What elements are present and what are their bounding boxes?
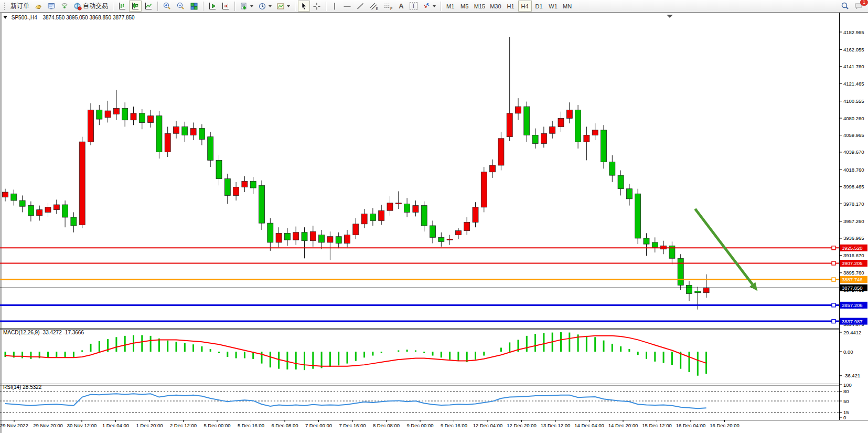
equidistant-channel-tool-button[interactable]: E	[367, 1, 381, 12]
dropdown-caret-icon	[287, 5, 290, 7]
time-axis[interactable]: 29 Nov 202229 Nov 20:0030 Nov 12:001 Dec…	[0, 420, 740, 428]
svg-text:5 Dec 00:00: 5 Dec 00:00	[203, 423, 230, 428]
svg-text:16 Dec 20:00: 16 Dec 20:00	[710, 423, 740, 428]
rsi-indicator[interactable]	[0, 391, 839, 412]
chart-area: 4182.9654162.0554141.7604121.4654100.555…	[0, 13, 868, 433]
svg-text:14 Dec 20:00: 14 Dec 20:00	[608, 423, 638, 428]
chart-title: SP500-,H4 3874.550 3895.050 3868.850 387…	[3, 15, 135, 20]
svg-text:3907.205: 3907.205	[842, 260, 863, 266]
svg-text:7 Dec 00:00: 7 Dec 00:00	[305, 423, 332, 428]
toolbar: 新订单	[0, 0, 868, 13]
signal-button[interactable]	[58, 1, 71, 12]
indicators-button[interactable]	[238, 1, 255, 12]
periods-button[interactable]	[256, 1, 274, 12]
channel-tag-letter: E	[376, 6, 379, 10]
svg-text:3916.670: 3916.670	[843, 252, 864, 258]
collapse-triangle-icon[interactable]	[3, 16, 7, 19]
horizontal-line-icon	[343, 2, 351, 10]
svg-text:2 Dec 12:00: 2 Dec 12:00	[170, 423, 197, 428]
svg-text:13 Dec 12:00: 13 Dec 12:00	[541, 423, 571, 428]
timeframe-m15[interactable]: M15	[472, 1, 487, 12]
dropdown-caret-icon	[433, 5, 436, 7]
svg-text:6 Dec 08:00: 6 Dec 08:00	[271, 423, 298, 428]
trendline-tool-button[interactable]	[354, 1, 367, 12]
chart-canvas[interactable]: 4182.9654162.0554141.7604121.4654100.555…	[0, 13, 868, 433]
macd-indicator-label: MACD(12,26,9) -33.4272 -17.3666	[3, 330, 84, 335]
svg-text:4039.670: 4039.670	[843, 149, 864, 155]
macd-indicator[interactable]	[5, 332, 706, 376]
text-label-tool-button[interactable]: T	[408, 1, 420, 12]
bar-chart-type-button[interactable]	[116, 1, 128, 12]
svg-text:4018.760: 4018.760	[843, 167, 864, 173]
timeframe-d1[interactable]: D1	[532, 1, 546, 12]
svg-text:29 Nov 20:00: 29 Nov 20:00	[33, 423, 63, 428]
dropdown-caret-icon	[250, 5, 253, 7]
arrows-tool-button[interactable]	[420, 1, 438, 12]
signal-icon	[60, 2, 69, 10]
chart-title-symbol: SP500-,H4	[12, 15, 37, 20]
svg-text:3857.206: 3857.206	[842, 302, 863, 308]
templates-button[interactable]	[274, 1, 292, 12]
candlestick-chart-type-button[interactable]	[129, 1, 142, 12]
svg-text:15 Dec 12:00: 15 Dec 12:00	[642, 423, 672, 428]
svg-text:0: 0	[843, 415, 846, 420]
notifications-button[interactable]: 1	[852, 1, 866, 12]
new-order-button[interactable]: 新订单	[8, 1, 31, 12]
chart-shift-button[interactable]	[219, 1, 232, 12]
gold-bar-button[interactable]	[32, 1, 45, 12]
separator	[113, 2, 113, 11]
auto-trading-globe-icon	[73, 2, 82, 10]
svg-text:16 Dec 04:00: 16 Dec 04:00	[676, 423, 706, 428]
horizontal-lines[interactable]	[0, 246, 839, 323]
svg-text:100: 100	[843, 382, 852, 388]
zoom-out-button[interactable]	[174, 1, 187, 12]
timeframe-h1[interactable]: H1	[504, 1, 518, 12]
auto-trading-button[interactable]: 自动交易	[71, 1, 110, 12]
separator	[295, 2, 295, 11]
svg-text:3887.746: 3887.746	[842, 277, 863, 282]
label-tool-letter: T	[410, 2, 417, 10]
fibonacci-tool-button[interactable]: F	[381, 1, 395, 12]
chart-shift-marker-icon[interactable]	[667, 15, 673, 18]
toolbar-grip[interactable]	[4, 2, 6, 10]
auto-scroll-button[interactable]	[206, 1, 219, 12]
line-chart-type-button[interactable]	[142, 1, 155, 12]
svg-text:14 Dec 04:00: 14 Dec 04:00	[574, 423, 604, 428]
separator	[203, 2, 203, 11]
cursor-icon	[300, 2, 308, 10]
auto-trading-label: 自动交易	[83, 2, 108, 10]
candlestick-icon	[131, 2, 140, 10]
search-button[interactable]	[839, 1, 852, 12]
timeframe-m1[interactable]: M1	[444, 1, 457, 12]
svg-text:4182.965: 4182.965	[843, 29, 864, 35]
timeframe-m30[interactable]: M30	[488, 1, 503, 12]
zoom-in-icon	[163, 2, 172, 10]
market-watch-button[interactable]	[45, 1, 58, 12]
price-axis[interactable]: 4182.9654162.0554141.7604121.4654100.555…	[839, 29, 864, 420]
timeframe-w1[interactable]: W1	[546, 1, 560, 12]
cursor-tool-button[interactable]	[298, 1, 310, 12]
rsi-indicator-label: RSI(14) 28.5322	[3, 384, 41, 390]
bar-chart-icon	[118, 2, 126, 10]
timeframe-mn[interactable]: MN	[561, 1, 574, 12]
vertical-line-tool-button[interactable]	[329, 1, 340, 12]
tile-windows-icon	[190, 2, 198, 10]
text-tool-button[interactable]: A	[395, 1, 407, 12]
zoom-in-button[interactable]	[160, 1, 174, 12]
trend-arrow-annotation[interactable]	[695, 209, 757, 291]
fibonacci-icon: F	[383, 2, 393, 10]
crosshair-tool-button[interactable]	[310, 1, 323, 12]
trading-platform-window: { "toolbar": { "new_order_label": "新订单",…	[0, 0, 868, 433]
horizontal-line-tool-button[interactable]	[341, 1, 353, 12]
tile-windows-button[interactable]	[188, 1, 200, 12]
timeframe-m5[interactable]: M5	[458, 1, 471, 12]
svg-text:3936.965: 3936.965	[843, 235, 864, 241]
candlestick-series[interactable]	[3, 37, 710, 310]
svg-text:29.4412: 29.4412	[843, 330, 861, 335]
svg-text:0.00: 0.00	[843, 349, 853, 355]
template-icon	[276, 2, 285, 10]
line-chart-icon	[144, 2, 153, 10]
svg-text:4080.260: 4080.260	[843, 115, 864, 121]
timeframe-h4[interactable]: H4	[518, 1, 532, 12]
gold-bar-icon	[34, 2, 42, 10]
